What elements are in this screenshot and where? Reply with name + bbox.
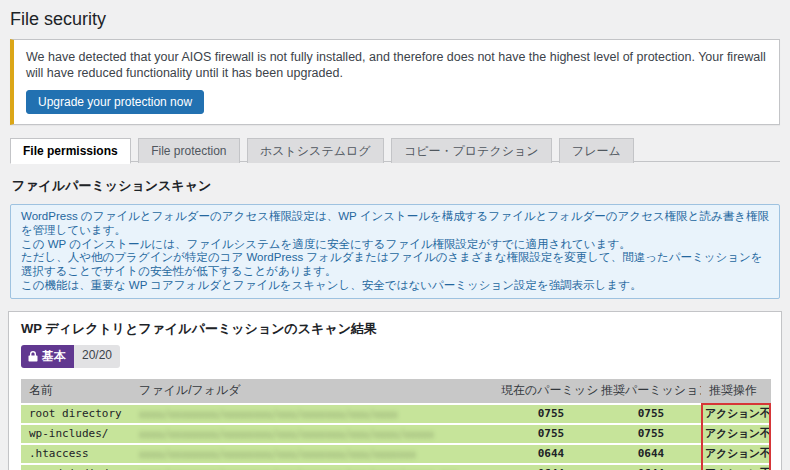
- permissions-table-wrap: 名前 ファイル/フォルダ 現在のパーミッション 推奨パーミッション 推奨操作 r…: [21, 377, 769, 470]
- col-header-file: ファイル/フォルダ: [131, 379, 501, 403]
- tab-host-system-logs[interactable]: ホストシステムログ: [247, 138, 384, 163]
- cell-name: .htaccess: [21, 445, 131, 463]
- cell-recommended-permission: 0755: [601, 425, 701, 443]
- cell-recommended-action: アクション不要: [701, 425, 771, 443]
- cell-recommended-action: アクション不要: [701, 465, 771, 470]
- cell-recommended-permission: 0644: [601, 445, 701, 463]
- cell-path-redacted: xxxx/xxxxxxxx/xxxxxxxx/xxx/xxxxxxx/xxx/x…: [139, 409, 398, 420]
- file-permissions-scan-heading: ファイルパーミッションスキャン: [12, 177, 780, 195]
- tab-copy-protection[interactable]: コピー・プロテクション: [391, 138, 552, 163]
- cell-current-permission: 0755: [501, 405, 601, 423]
- badge-basic-level: 基本: [21, 345, 74, 368]
- permissions-table: 名前 ファイル/フォルダ 現在のパーミッション 推奨パーミッション 推奨操作 r…: [21, 377, 771, 470]
- cell-current-permission: 0644: [501, 445, 601, 463]
- badge-count: 20/20: [74, 345, 120, 368]
- info-line: この機能は、重要な WP コアフォルダとファイルをスキャンし、安全ではないパーミ…: [21, 279, 769, 293]
- info-line: WordPress のファイルとフォルダーのアクセス権限設定は、WP インストー…: [21, 210, 769, 238]
- tab-file-protection[interactable]: File protection: [138, 138, 239, 163]
- cell-recommended-permission: 0755: [601, 405, 701, 423]
- firewall-warning-notice: We have detected that your AIOS firewall…: [10, 39, 780, 125]
- badge-level-label: 基本: [42, 348, 66, 365]
- scan-level-badge: 基本 20/20: [21, 345, 120, 368]
- cell-recommended-action: アクション不要: [701, 445, 771, 463]
- cell-recommended-action: アクション不要: [701, 405, 771, 423]
- table-header-row: 名前 ファイル/フォルダ 現在のパーミッション 推奨パーミッション 推奨操作: [21, 379, 771, 403]
- info-line: ただし、人や他のプラグインが特定のコア WordPress フォルダまたはファイ…: [21, 251, 769, 279]
- tab-frames[interactable]: フレーム: [559, 138, 634, 163]
- file-security-page: File security We have detected that your…: [0, 0, 790, 470]
- table-row: .htaccess xxxx/xxxxxxxx/xxxxxxxx/xxx/xxx…: [21, 445, 771, 463]
- upgrade-protection-button[interactable]: Upgrade your protection now: [26, 90, 204, 114]
- tab-file-permissions[interactable]: File permissions: [10, 138, 131, 164]
- cell-current-permission: 0755: [501, 425, 601, 443]
- cell-current-permission: 0644: [501, 465, 601, 470]
- col-header-recommended-action: 推奨操作: [701, 379, 771, 403]
- table-row: wp-includes/ xxxx/xxxxxxxx/xxxxxxxx/xxx/…: [21, 425, 771, 443]
- page-title: File security: [10, 9, 780, 30]
- scan-results-panel: WP ディレクトリとファイルパーミッションのスキャン結果 基本 20/20 名前…: [8, 311, 782, 470]
- info-line: この WP のインストールには、ファイルシステムを適度に安全にするファイル権限設…: [21, 238, 769, 252]
- col-header-current-permission: 現在のパーミッション: [501, 379, 601, 403]
- firewall-warning-text: We have detected that your AIOS firewall…: [26, 49, 767, 81]
- cell-path-redacted: xxxx/xxxxxxxx/xxxxxxxx/xxx/xxxxxxx/xxx/x…: [139, 429, 434, 440]
- tab-bar: File permissions File protection ホストシステム…: [10, 137, 780, 162]
- permissions-info-box: WordPress のファイルとフォルダーのアクセス権限設定は、WP インストー…: [10, 204, 780, 299]
- cell-recommended-permission: 0644: [601, 465, 701, 470]
- table-row: root directory xxxx/xxxxxxxx/xxxxxxxx/xx…: [21, 405, 771, 423]
- col-header-recommended-permission: 推奨パーミッション: [601, 379, 701, 403]
- table-row: wp-admin/index.php xxxx/xxxxxxxx/xxxxxxx…: [21, 465, 771, 470]
- cell-name: wp-includes/: [21, 425, 131, 443]
- lock-icon: [28, 351, 38, 362]
- cell-path-redacted: xxxx/xxxxxxxx/xxxxxxxx/xxx/xxxxxxx/xxx/x…: [139, 449, 416, 460]
- cell-name: root directory: [21, 405, 131, 423]
- col-header-name: 名前: [21, 379, 131, 403]
- scan-results-heading: WP ディレクトリとファイルパーミッションのスキャン結果: [21, 320, 769, 338]
- cell-name: wp-admin/index.php: [21, 465, 131, 470]
